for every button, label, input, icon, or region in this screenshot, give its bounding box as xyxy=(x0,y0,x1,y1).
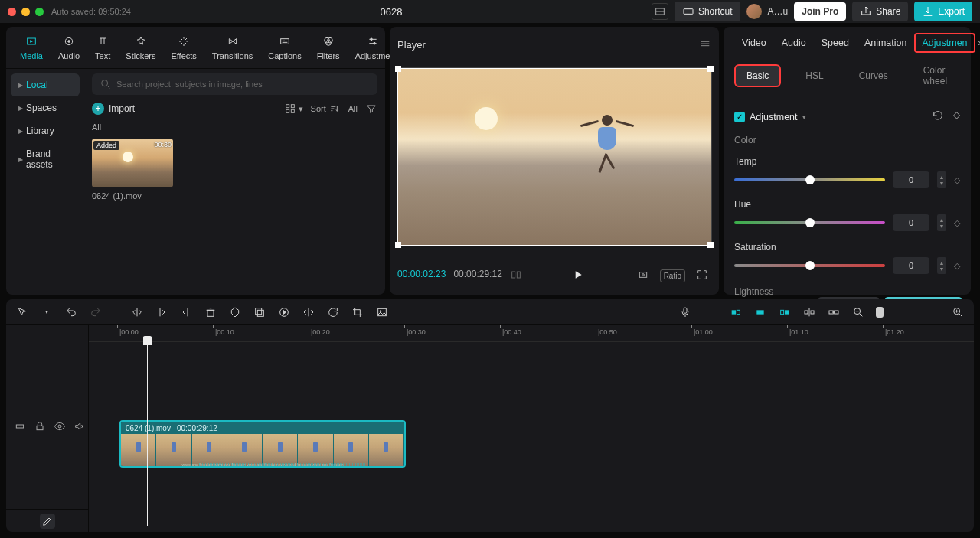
keyframe-icon[interactable]: ◇ xyxy=(953,109,960,124)
rp-tab-video[interactable]: Video xyxy=(734,33,774,53)
rp-tab-adjustment[interactable]: Adjustmen xyxy=(914,33,975,53)
saturation-stepper[interactable]: ▲▼ xyxy=(937,257,946,274)
split-tool[interactable] xyxy=(130,305,144,319)
hue-stepper[interactable]: ▲▼ xyxy=(937,214,946,231)
search-input[interactable]: Search project, subjects in image, lines xyxy=(92,73,377,95)
snap-tool[interactable] xyxy=(802,305,816,319)
track-mute-icon[interactable] xyxy=(74,420,86,434)
magnet-right-tool[interactable] xyxy=(778,305,792,319)
filter-all-button[interactable]: All xyxy=(348,104,358,113)
undo-button[interactable] xyxy=(64,305,78,319)
hue-value[interactable]: 0 xyxy=(893,214,929,231)
playhead[interactable] xyxy=(147,342,148,526)
sidebar-item-library[interactable]: ▶Library xyxy=(11,119,80,142)
temp-slider-thumb[interactable] xyxy=(805,175,815,184)
player-menu-icon[interactable] xyxy=(699,37,711,52)
subtab-color-wheel[interactable]: Color wheel xyxy=(913,60,968,91)
fullscreen-icon[interactable] xyxy=(693,267,711,284)
temp-slider[interactable] xyxy=(734,178,885,181)
tab-stickers[interactable]: Stickers xyxy=(118,31,163,64)
svg-rect-49 xyxy=(737,310,740,314)
tab-audio[interactable]: Audio xyxy=(51,31,87,64)
timeline-ruler[interactable]: |00:00 |00:10 |00:20 |00:30 |00:40 |00:5… xyxy=(89,325,974,342)
edit-track-icon[interactable] xyxy=(40,514,55,529)
hue-slider[interactable] xyxy=(734,221,885,224)
view-grid-button[interactable]: ▾ xyxy=(284,103,303,115)
preview-quality-icon[interactable] xyxy=(634,267,652,284)
zoom-fit-tool[interactable] xyxy=(851,305,865,319)
caret-icon: ▶ xyxy=(18,82,23,89)
close-window[interactable] xyxy=(8,8,16,16)
join-pro-button[interactable]: Join Pro xyxy=(794,2,846,21)
timeline-clip[interactable]: 0624 (1).mov 00:00:29:12 wave and freedo… xyxy=(119,420,406,468)
hue-slider-thumb[interactable] xyxy=(805,218,815,227)
magnet-center-tool[interactable] xyxy=(753,305,767,319)
rp-tab-speed[interactable]: Speed xyxy=(814,33,857,53)
speed-tool[interactable] xyxy=(277,305,291,319)
avatar[interactable] xyxy=(746,4,762,19)
sidebar-item-spaces[interactable]: ▶Spaces xyxy=(11,96,80,119)
media-clip[interactable]: Added 00:30 0624 (1).mov xyxy=(92,139,173,201)
temp-value[interactable]: 0 xyxy=(893,171,929,188)
adjustment-toggle[interactable]: ✓ Adjustment ▾ xyxy=(734,112,806,122)
import-button[interactable]: + Import xyxy=(92,103,135,115)
rp-tabs-more-icon[interactable]: » xyxy=(975,37,980,48)
rotate-tool[interactable] xyxy=(326,305,340,319)
tab-filters[interactable]: Filters xyxy=(309,31,348,64)
filter-button[interactable] xyxy=(365,103,377,115)
tab-media[interactable]: Media xyxy=(12,31,51,64)
trim-right-tool[interactable] xyxy=(179,305,193,319)
layout-icon[interactable] xyxy=(652,3,668,20)
saturation-keyframe-icon[interactable]: ◇ xyxy=(954,261,960,271)
delete-tool[interactable] xyxy=(204,305,217,319)
video-preview[interactable] xyxy=(397,68,711,246)
play-button[interactable] xyxy=(572,269,584,283)
pointer-dropdown[interactable]: ▾ xyxy=(40,305,54,319)
zoom-slider-thumb[interactable] xyxy=(876,307,884,318)
subtab-curves[interactable]: Curves xyxy=(848,66,899,86)
crop-tool[interactable] xyxy=(351,305,364,319)
sidebar-item-local[interactable]: ▶Local xyxy=(11,73,80,96)
trim-left-tool[interactable] xyxy=(155,305,168,319)
minimize-window[interactable] xyxy=(21,8,30,16)
saturation-value[interactable]: 0 xyxy=(893,257,929,274)
tab-text[interactable]: Text xyxy=(87,31,118,64)
zoom-in-tool[interactable] xyxy=(951,305,965,319)
subtab-basic[interactable]: Basic xyxy=(734,64,781,87)
svg-line-18 xyxy=(107,86,109,88)
temp-keyframe-icon[interactable]: ◇ xyxy=(954,175,960,185)
compare-icon[interactable] xyxy=(510,269,522,283)
maximize-window[interactable] xyxy=(35,8,44,16)
reset-icon[interactable] xyxy=(932,109,944,124)
sidebar-item-brand-assets[interactable]: ▶Brand assets xyxy=(11,142,80,176)
rp-tab-animation[interactable]: Animation xyxy=(857,33,915,53)
track-lock-icon[interactable] xyxy=(34,420,46,434)
image-tool[interactable] xyxy=(375,305,389,319)
sort-button[interactable]: Sort xyxy=(311,103,341,115)
rp-tab-audio[interactable]: Audio xyxy=(774,33,814,53)
ratio-button[interactable]: Ratio xyxy=(660,269,685,282)
saturation-slider-thumb[interactable] xyxy=(805,261,815,270)
link-tool[interactable] xyxy=(827,305,841,319)
timeline-canvas[interactable]: 0624 (1).mov 00:00:29:12 wave and freedo… xyxy=(89,342,974,526)
track-visibility-icon[interactable] xyxy=(54,420,66,434)
redo-button[interactable] xyxy=(89,305,103,319)
track-collapse-icon[interactable] xyxy=(14,420,26,434)
tab-captions[interactable]: Captions xyxy=(260,31,309,64)
share-button[interactable]: Share xyxy=(852,2,908,21)
hue-keyframe-icon[interactable]: ◇ xyxy=(954,218,960,228)
mirror-tool[interactable] xyxy=(302,305,315,319)
svg-point-15 xyxy=(370,38,372,41)
temp-stepper[interactable]: ▲▼ xyxy=(937,171,946,188)
tab-transitions[interactable]: Transitions xyxy=(204,31,260,64)
mic-tool[interactable] xyxy=(678,305,692,319)
pointer-tool[interactable] xyxy=(15,305,29,319)
tab-effects[interactable]: Effects xyxy=(163,31,204,64)
shortcut-button[interactable]: Shortcut xyxy=(675,2,740,21)
magnet-left-tool[interactable] xyxy=(729,305,743,319)
saturation-slider[interactable] xyxy=(734,264,885,267)
export-button[interactable]: Export xyxy=(914,2,972,21)
subtab-hsl[interactable]: HSL xyxy=(795,66,834,86)
duplicate-tool[interactable] xyxy=(253,305,266,319)
marker-tool[interactable] xyxy=(228,305,242,319)
